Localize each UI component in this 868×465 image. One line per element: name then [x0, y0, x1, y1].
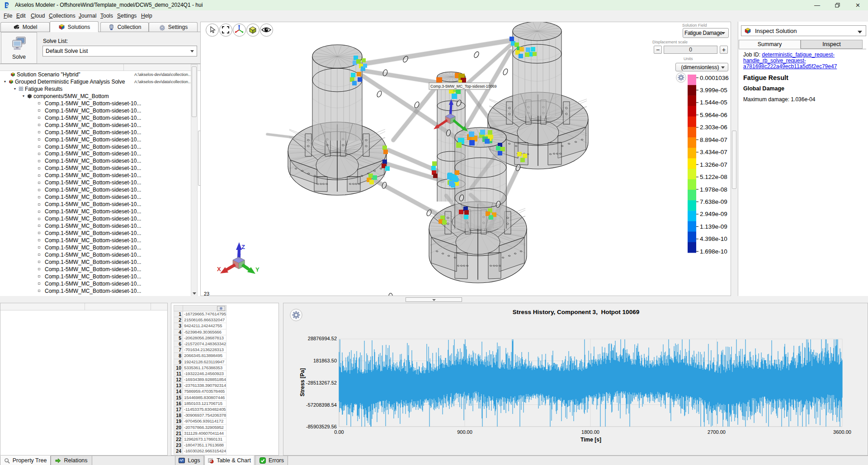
svg-text:1800.00: 1800.00 — [581, 429, 599, 435]
svg-text:5.964e-06: 5.964e-06 — [700, 112, 727, 118]
svg-text:Y: Y — [255, 266, 259, 273]
svg-text:1.978e-08: 1.978e-08 — [700, 186, 727, 193]
svg-text:2.949e-09: 2.949e-09 — [700, 211, 727, 217]
svg-text:-57208398.54: -57208398.54 — [306, 402, 337, 408]
svg-text:Z: Z — [241, 244, 245, 250]
svg-text:1.544e-05: 1.544e-05 — [700, 99, 727, 106]
svg-text:8.894e-07: 8.894e-07 — [700, 136, 727, 143]
svg-text:2700.00: 2700.00 — [708, 429, 726, 435]
svg-text:2.303e-06: 2.303e-06 — [700, 124, 727, 131]
svg-text:28876994.52: 28876994.52 — [308, 336, 337, 341]
svg-text:7.638e-09: 7.638e-09 — [700, 198, 727, 205]
svg-text:0.00: 0.00 — [334, 429, 344, 435]
svg-text:1.698e-10: 1.698e-10 — [700, 248, 727, 255]
svg-text:X: X — [217, 266, 221, 272]
svg-text:181863.50: 181863.50 — [313, 358, 337, 363]
svg-text:3.434e-07: 3.434e-07 — [700, 149, 727, 155]
svg-text:Time [s]: Time [s] — [580, 437, 601, 443]
svg-text:Comp.3-5MW_MC_Top-sideset-1006: Comp.3-5MW_MC_Top-sideset-10069 — [430, 84, 497, 89]
svg-text:4.398e-10: 4.398e-10 — [700, 235, 727, 242]
svg-text:0.0001036: 0.0001036 — [700, 75, 729, 81]
svg-text:Stress [Pa]: Stress [Pa] — [299, 368, 306, 397]
svg-text:-28513267.52: -28513267.52 — [306, 380, 337, 385]
svg-text:3.999e-05: 3.999e-05 — [700, 87, 727, 94]
svg-text:1.326e-07: 1.326e-07 — [700, 161, 727, 168]
svg-text:-85903529.56: -85903529.56 — [306, 424, 337, 429]
svg-text:5.122e-08: 5.122e-08 — [700, 174, 727, 180]
svg-text:1.139e-09: 1.139e-09 — [700, 223, 727, 230]
svg-text:900.00: 900.00 — [457, 429, 472, 435]
svg-text:3600.00: 3600.00 — [833, 429, 851, 435]
